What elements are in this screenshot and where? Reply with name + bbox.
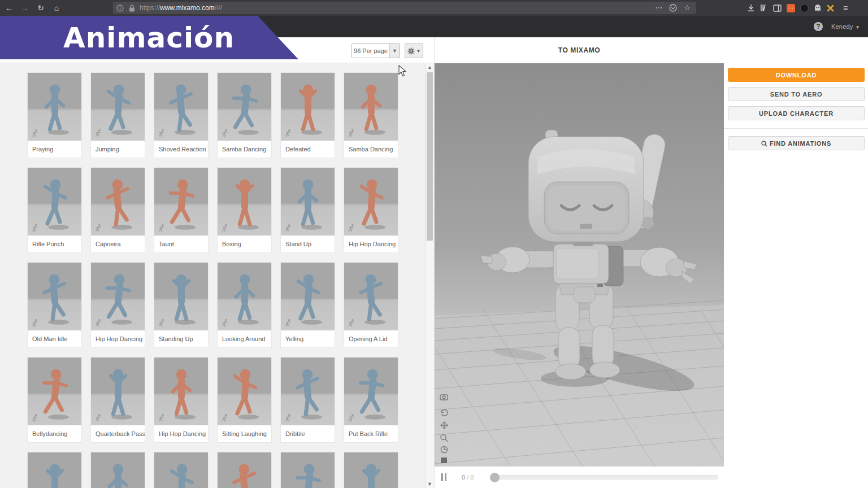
animation-card[interactable]: Samba Dancing	[344, 72, 398, 158]
animation-card[interactable]: Rifle Punch	[27, 167, 82, 253]
sidebar-toggle-icon[interactable]	[773, 5, 782, 12]
zoom-icon[interactable]	[441, 434, 448, 441]
animation-thumbnail[interactable]	[218, 73, 271, 141]
library-icon[interactable]	[760, 4, 768, 12]
scrollbar-thumb[interactable]	[427, 72, 433, 241]
animation-thumbnail[interactable]	[154, 263, 208, 330]
animation-card[interactable]	[217, 452, 272, 488]
animation-card[interactable]: Jumping	[90, 72, 145, 158]
rotate-icon[interactable]	[441, 409, 448, 416]
animation-thumbnail[interactable]	[154, 358, 208, 425]
animation-card[interactable]: Shoved Reaction	[154, 72, 209, 158]
animation-card[interactable]: Standing Up	[154, 262, 209, 348]
animation-thumbnail[interactable]	[28, 263, 81, 330]
animation-card[interactable]	[280, 452, 335, 488]
animation-thumbnail[interactable]	[281, 168, 335, 236]
pan-icon[interactable]	[441, 422, 448, 429]
animation-thumbnail[interactable]	[28, 358, 81, 425]
timeline-slider-handle[interactable]	[490, 473, 500, 482]
animation-thumbnail[interactable]	[281, 358, 335, 425]
animation-card[interactable]: Sitting Laughing	[217, 357, 272, 443]
animation-thumbnail[interactable]	[344, 263, 398, 330]
forward-icon[interactable]: →	[19, 0, 31, 16]
downloads-icon[interactable]	[747, 4, 755, 12]
animation-thumbnail[interactable]	[281, 73, 335, 141]
download-button[interactable]: DOWNLOAD	[728, 68, 865, 82]
animation-thumbnail[interactable]	[91, 168, 145, 236]
pause-icon[interactable]	[441, 473, 448, 481]
scroll-up-icon[interactable]: ▲	[426, 63, 434, 71]
animation-thumbnail[interactable]	[218, 263, 271, 330]
library-scrollbar[interactable]: ▲ ▼	[425, 63, 434, 488]
menu-icon[interactable]: ≡	[839, 0, 852, 16]
animation-thumbnail[interactable]	[218, 452, 271, 488]
send-to-aero-button[interactable]: SEND TO AERO	[728, 87, 865, 101]
site-info-icon[interactable]	[116, 5, 124, 12]
animation-card[interactable]: Dribble	[280, 357, 335, 443]
viewport-3d[interactable]	[435, 63, 724, 467]
animation-card[interactable]: Praying	[27, 72, 82, 158]
animation-card[interactable]: Stand Up	[280, 167, 335, 253]
animation-thumbnail[interactable]	[91, 358, 145, 425]
animation-thumbnail[interactable]	[281, 263, 335, 330]
animation-card[interactable]: Defeated	[280, 72, 335, 158]
viewport-controls[interactable]	[439, 393, 450, 464]
extension-x-icon[interactable]	[827, 5, 834, 12]
lock-icon[interactable]	[129, 5, 135, 12]
animation-card[interactable]: Capoeira	[90, 167, 145, 253]
viewport-3d-scene[interactable]	[435, 63, 724, 467]
animation-thumbnail[interactable]	[28, 73, 81, 141]
pocket-icon[interactable]	[669, 4, 677, 12]
help-icon[interactable]: ?	[814, 22, 823, 31]
animation-thumbnail[interactable]	[344, 73, 398, 141]
animation-card[interactable]: Boxing	[217, 167, 272, 253]
animation-thumbnail[interactable]	[281, 452, 335, 488]
animation-card[interactable]	[90, 452, 145, 488]
animation-card[interactable]: Put Back Rifle	[344, 357, 398, 443]
reload-icon[interactable]: ↻	[34, 0, 47, 16]
adblock-extension-icon[interactable]: ⋯	[787, 4, 795, 12]
animation-thumbnail[interactable]	[91, 452, 145, 488]
animation-card[interactable]: Hip Hop Dancing	[154, 357, 209, 443]
animation-card[interactable]: Taunt	[154, 167, 209, 253]
per-page-select[interactable]: 96 Per page ▼	[351, 43, 400, 58]
upload-character-button[interactable]: UPLOAD CHARACTER	[728, 106, 865, 120]
timeline-slider[interactable]	[490, 475, 718, 480]
animation-thumbnail[interactable]	[218, 358, 271, 425]
animation-thumbnail[interactable]	[218, 168, 271, 236]
ghostery-extension-icon[interactable]	[814, 4, 822, 12]
animation-card[interactable]	[344, 452, 398, 488]
scroll-down-icon[interactable]: ▼	[426, 480, 434, 488]
animation-thumbnail[interactable]	[154, 168, 208, 236]
url-bar[interactable]: https://www.mixamo.com/#/ ⋯ ☆	[113, 2, 696, 14]
animation-thumbnail[interactable]	[28, 168, 81, 236]
animation-card[interactable]: Hip Hop Dancing	[344, 167, 398, 253]
extension-dark-icon[interactable]	[800, 4, 809, 12]
home-icon[interactable]: ⌂	[50, 0, 63, 16]
animation-card[interactable]: Opening A Lid	[344, 262, 398, 348]
animation-card[interactable]: Samba Dancing	[217, 72, 272, 158]
animation-thumbnail[interactable]	[154, 73, 208, 141]
animation-card[interactable]	[154, 452, 209, 488]
animation-card[interactable]: Looking Around	[217, 262, 272, 348]
animation-thumbnail[interactable]	[344, 452, 398, 488]
back-icon[interactable]: ←	[3, 0, 15, 16]
animation-thumbnail[interactable]	[344, 168, 398, 236]
animation-thumbnail[interactable]	[154, 452, 208, 488]
animation-thumbnail[interactable]	[28, 452, 81, 488]
animation-card[interactable]	[27, 452, 82, 488]
reset-clock-icon[interactable]	[441, 446, 447, 452]
find-animations-button[interactable]: FIND ANIMATIONS	[728, 136, 865, 150]
animation-thumbnail[interactable]	[91, 73, 145, 141]
camera-icon[interactable]	[440, 395, 448, 400]
animation-thumbnail[interactable]	[91, 263, 145, 330]
user-menu[interactable]: Kenedy▼	[831, 23, 860, 30]
page-actions-icon[interactable]: ⋯	[654, 2, 663, 14]
animation-card[interactable]: Hip Hop Dancing	[90, 262, 145, 348]
animation-card[interactable]: Old Man Idle	[27, 262, 82, 348]
animation-card[interactable]: Yelling	[280, 262, 335, 348]
animation-thumbnail[interactable]	[344, 358, 398, 425]
settings-gear-button[interactable]: ▼	[405, 43, 423, 58]
bottom-tool-icon[interactable]	[441, 457, 447, 463]
bookmark-star-icon[interactable]: ☆	[683, 2, 692, 14]
